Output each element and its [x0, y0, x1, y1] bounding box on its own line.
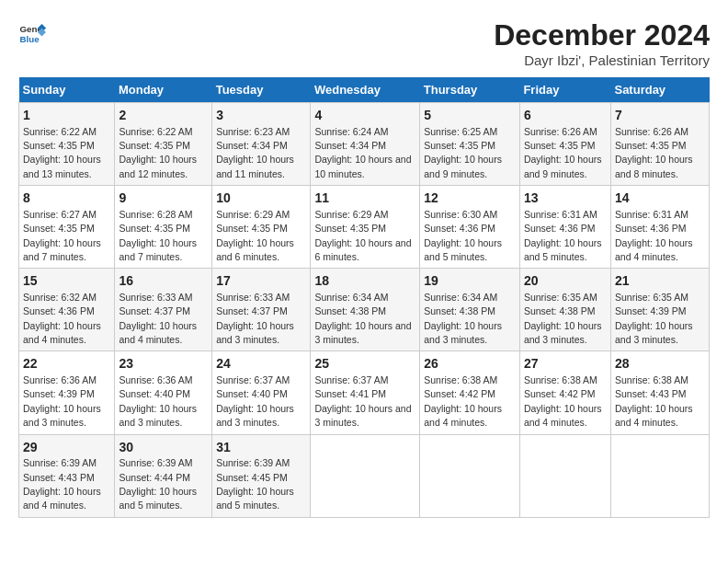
- sunrise-info: Sunrise: 6:35 AM: [615, 292, 688, 303]
- sunset-info: Sunset: 4:37 PM: [216, 305, 288, 316]
- sunrise-info: Sunrise: 6:26 AM: [524, 126, 597, 137]
- calendar-cell: 17 Sunrise: 6:33 AM Sunset: 4:37 PM Dayl…: [212, 269, 311, 351]
- day-number: 3: [216, 107, 306, 125]
- day-number: 6: [524, 107, 607, 125]
- sunrise-info: Sunrise: 6:34 AM: [314, 292, 388, 303]
- sunset-info: Sunset: 4:35 PM: [524, 140, 596, 151]
- sunset-info: Sunset: 4:43 PM: [23, 472, 95, 483]
- daylight-info: Daylight: 10 hours and 4 minutes.: [23, 486, 101, 511]
- day-number: 26: [424, 355, 516, 373]
- calendar-cell: 18 Sunrise: 6:34 AM Sunset: 4:38 PM Dayl…: [311, 269, 420, 351]
- title-area: December 2024 Dayr Ibzi', Palestinian Te…: [494, 18, 710, 68]
- daylight-info: Daylight: 10 hours and 8 minutes.: [615, 154, 693, 178]
- daylight-info: Daylight: 10 hours and 4 minutes.: [23, 320, 101, 345]
- sunset-info: Sunset: 4:40 PM: [119, 388, 190, 399]
- daylight-info: Daylight: 10 hours and 7 minutes.: [119, 237, 197, 262]
- day-number: 28: [615, 355, 705, 373]
- calendar-cell: 27 Sunrise: 6:38 AM Sunset: 4:42 PM Dayl…: [519, 351, 610, 434]
- header-day-saturday: Saturday: [610, 77, 709, 103]
- day-number: 12: [424, 190, 516, 208]
- daylight-info: Daylight: 10 hours and 4 minutes.: [524, 403, 602, 428]
- day-number: 1: [23, 107, 110, 125]
- calendar-header: SundayMondayTuesdayWednesdayThursdayFrid…: [19, 77, 710, 103]
- calendar-cell: [311, 434, 420, 517]
- day-number: 29: [23, 439, 110, 457]
- sunrise-info: Sunrise: 6:39 AM: [216, 457, 290, 468]
- day-number: 25: [314, 355, 415, 373]
- calendar-cell: 28 Sunrise: 6:38 AM Sunset: 4:43 PM Dayl…: [610, 351, 709, 434]
- calendar-cell: 6 Sunrise: 6:26 AM Sunset: 4:35 PM Dayli…: [519, 103, 610, 186]
- daylight-info: Daylight: 10 hours and 4 minutes.: [119, 320, 197, 345]
- calendar-cell: 10 Sunrise: 6:29 AM Sunset: 4:35 PM Dayl…: [212, 186, 311, 269]
- header-day-wednesday: Wednesday: [311, 77, 420, 103]
- daylight-info: Daylight: 10 hours and 3 minutes.: [216, 403, 294, 428]
- calendar-table: SundayMondayTuesdayWednesdayThursdayFrid…: [18, 77, 710, 518]
- daylight-info: Daylight: 10 hours and 11 minutes.: [216, 154, 294, 178]
- calendar-cell: 29 Sunrise: 6:39 AM Sunset: 4:43 PM Dayl…: [19, 434, 115, 517]
- daylight-info: Daylight: 10 hours and 13 minutes.: [23, 154, 101, 178]
- sunset-info: Sunset: 4:35 PM: [119, 223, 190, 234]
- sunset-info: Sunset: 4:39 PM: [23, 388, 95, 399]
- calendar-cell: 8 Sunrise: 6:27 AM Sunset: 4:35 PM Dayli…: [19, 186, 115, 269]
- day-number: 19: [424, 272, 516, 291]
- calendar-cell: 5 Sunrise: 6:25 AM Sunset: 4:35 PM Dayli…: [420, 103, 520, 186]
- week-row-3: 15 Sunrise: 6:32 AM Sunset: 4:36 PM Dayl…: [19, 269, 710, 351]
- day-number: 11: [314, 190, 415, 208]
- sunrise-info: Sunrise: 6:36 AM: [119, 374, 192, 385]
- sunset-info: Sunset: 4:43 PM: [615, 388, 687, 399]
- sunrise-info: Sunrise: 6:33 AM: [216, 292, 290, 303]
- sunrise-info: Sunrise: 6:34 AM: [424, 292, 497, 303]
- day-number: 14: [615, 190, 705, 208]
- day-number: 27: [524, 355, 607, 373]
- daylight-info: Daylight: 10 hours and 5 minutes.: [524, 237, 602, 262]
- calendar-cell: 7 Sunrise: 6:26 AM Sunset: 4:35 PM Dayli…: [610, 103, 709, 186]
- day-number: 22: [23, 355, 110, 373]
- daylight-info: Daylight: 10 hours and 6 minutes.: [216, 237, 294, 262]
- calendar-cell: 31 Sunrise: 6:39 AM Sunset: 4:45 PM Dayl…: [212, 434, 311, 517]
- sunset-info: Sunset: 4:36 PM: [524, 223, 596, 234]
- svg-text:Blue: Blue: [20, 34, 40, 44]
- daylight-info: Daylight: 10 hours and 7 minutes.: [23, 237, 101, 262]
- week-row-1: 1 Sunrise: 6:22 AM Sunset: 4:35 PM Dayli…: [19, 103, 710, 186]
- day-number: 21: [615, 272, 705, 291]
- sunset-info: Sunset: 4:41 PM: [314, 388, 386, 399]
- calendar-cell: [420, 434, 520, 517]
- sunrise-info: Sunrise: 6:37 AM: [216, 374, 290, 385]
- header-day-sunday: Sunday: [19, 77, 115, 103]
- calendar-cell: [610, 434, 709, 517]
- calendar-cell: 26 Sunrise: 6:38 AM Sunset: 4:42 PM Dayl…: [420, 351, 520, 434]
- sunrise-info: Sunrise: 6:38 AM: [615, 374, 688, 385]
- logo: General Blue: [18, 18, 46, 46]
- daylight-info: Daylight: 10 hours and 3 minutes.: [314, 403, 411, 428]
- sunset-info: Sunset: 4:38 PM: [314, 305, 386, 316]
- sunrise-info: Sunrise: 6:35 AM: [524, 292, 597, 303]
- day-number: 20: [524, 272, 607, 291]
- daylight-info: Daylight: 10 hours and 3 minutes.: [119, 403, 197, 428]
- sunset-info: Sunset: 4:35 PM: [23, 140, 95, 151]
- subtitle: Dayr Ibzi', Palestinian Territory: [494, 52, 710, 68]
- calendar-cell: 1 Sunrise: 6:22 AM Sunset: 4:35 PM Dayli…: [19, 103, 115, 186]
- daylight-info: Daylight: 10 hours and 9 minutes.: [424, 154, 502, 178]
- day-number: 2: [119, 107, 208, 125]
- day-number: 10: [216, 190, 306, 208]
- sunset-info: Sunset: 4:35 PM: [615, 140, 687, 151]
- calendar-cell: 19 Sunrise: 6:34 AM Sunset: 4:38 PM Dayl…: [420, 269, 520, 351]
- daylight-info: Daylight: 10 hours and 4 minutes.: [424, 403, 502, 428]
- day-number: 24: [216, 355, 306, 373]
- sunrise-info: Sunrise: 6:39 AM: [23, 457, 97, 468]
- calendar-body: 1 Sunrise: 6:22 AM Sunset: 4:35 PM Dayli…: [19, 103, 710, 518]
- header-day-friday: Friday: [519, 77, 610, 103]
- sunset-info: Sunset: 4:36 PM: [615, 223, 687, 234]
- sunrise-info: Sunrise: 6:31 AM: [615, 209, 688, 220]
- sunrise-info: Sunrise: 6:25 AM: [424, 126, 497, 137]
- calendar-cell: 25 Sunrise: 6:37 AM Sunset: 4:41 PM Dayl…: [311, 351, 420, 434]
- day-number: 31: [216, 439, 306, 457]
- sunset-info: Sunset: 4:35 PM: [424, 140, 495, 151]
- sunset-info: Sunset: 4:35 PM: [216, 223, 288, 234]
- calendar-cell: 11 Sunrise: 6:29 AM Sunset: 4:35 PM Dayl…: [311, 186, 420, 269]
- sunrise-info: Sunrise: 6:23 AM: [216, 126, 290, 137]
- day-number: 8: [23, 190, 110, 208]
- sunset-info: Sunset: 4:35 PM: [314, 223, 386, 234]
- daylight-info: Daylight: 10 hours and 5 minutes.: [119, 486, 197, 511]
- week-row-4: 22 Sunrise: 6:36 AM Sunset: 4:39 PM Dayl…: [19, 351, 710, 434]
